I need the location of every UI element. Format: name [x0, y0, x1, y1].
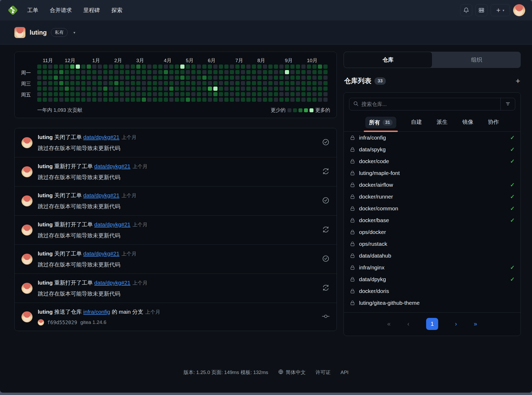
feed-avatar[interactable] [21, 137, 32, 148]
feed-target-link[interactable]: data/dpykg#21 [83, 250, 120, 257]
feed-item-body: 跳过存在版本可能导致未更新代码 [38, 145, 318, 152]
notifications-button[interactable] [460, 4, 472, 16]
check-icon: ✓ [510, 205, 515, 212]
footer-link-API[interactable]: API [340, 370, 349, 375]
feed-user-link[interactable]: luting [38, 134, 53, 140]
repo-row[interactable]: luting/gitea-github-theme [344, 297, 520, 309]
feed-target-link[interactable]: data/dpykg#21 [94, 221, 131, 227]
feed-user-link[interactable]: luting [38, 280, 53, 286]
heatmap-cell [246, 76, 251, 80]
heatmap-cell [323, 65, 328, 69]
commit-sha-link[interactable]: f69d552029 [47, 319, 77, 325]
repo-row[interactable]: docker/common✓ [344, 202, 520, 214]
nav-link-工单[interactable]: 工单 [27, 7, 38, 14]
footer-meta: 版本: 1.25.0 页面: 149ms 模板: 132ms [183, 369, 268, 376]
nav-link-合并请求[interactable]: 合并请求 [50, 7, 72, 14]
repo-row[interactable]: docker/runner✓ [344, 191, 520, 202]
feed-target-link[interactable]: data/dpykg#21 [94, 163, 131, 169]
repo-row[interactable]: data/datahub [344, 250, 520, 261]
pagination-current[interactable]: 1 [426, 318, 438, 330]
repo-row[interactable]: docker/base✓ [344, 214, 520, 226]
heatmap-cell [114, 92, 118, 96]
tab-组织[interactable]: 组织 [432, 52, 521, 68]
pagination-next[interactable]: › [455, 321, 457, 328]
feed-avatar[interactable] [21, 225, 32, 236]
repo-row[interactable]: luting/maple-font [344, 167, 520, 179]
admin-panel-button[interactable] [475, 4, 487, 16]
repo-filter-tabs: 所有31自建派生镜像协作 [344, 115, 520, 132]
repo-row[interactable]: docker/doris [344, 285, 520, 297]
filter-tab-所有[interactable]: 所有31 [364, 115, 398, 131]
filter-tab-自建[interactable]: 自建 [409, 115, 424, 131]
bell-icon [463, 7, 469, 13]
heatmap-cell [208, 81, 212, 85]
repo-row[interactable]: ops/rustack [344, 238, 520, 250]
feed-target-link[interactable]: data/dpykg#21 [83, 134, 120, 140]
heatmap-cell [235, 70, 240, 74]
heatmap-cell [109, 76, 113, 80]
heatmap-cell [59, 92, 63, 96]
feed-item-title: luting 重新打开了工单 data/dpykg#21上个月 [38, 163, 318, 170]
profile-dropdown-caret[interactable]: ▾ [73, 30, 75, 35]
gitea-logo-icon[interactable] [7, 4, 19, 16]
feed-avatar[interactable] [21, 166, 32, 177]
footer-link-简体中文[interactable]: 简体中文 [278, 369, 306, 376]
heatmap-cell [241, 81, 245, 85]
repo-search-input[interactable] [361, 101, 497, 107]
repo-row[interactable]: data/spykg✓ [344, 143, 520, 155]
feed-user-link[interactable]: luting [38, 250, 53, 257]
nav-link-探索[interactable]: 探索 [111, 7, 122, 14]
heatmap-cell [92, 98, 96, 102]
heatmap-cell [164, 65, 168, 69]
heatmap-cell [318, 87, 322, 91]
create-new-button[interactable]: + ▾ [491, 4, 510, 16]
tab-仓库[interactable]: 仓库 [344, 52, 432, 68]
repo-row[interactable]: docker/code✓ [344, 155, 520, 167]
add-repo-button[interactable]: + [386, 77, 520, 85]
nav-link-里程碑[interactable]: 里程碑 [83, 7, 100, 14]
feed-item-body: 跳过存在版本可能导致未更新代码 [38, 174, 318, 181]
feed-avatar[interactable] [21, 283, 32, 294]
feed-avatar[interactable] [21, 254, 32, 265]
feed-avatar[interactable] [21, 311, 32, 322]
feed-avatar[interactable] [21, 195, 32, 206]
feed-target-link[interactable]: infra/config [83, 309, 110, 315]
repo-row[interactable]: infra/config✓ [344, 132, 520, 143]
search-filter-button[interactable] [500, 98, 515, 110]
filter-tab-协作[interactable]: 协作 [486, 115, 501, 131]
feed-timestamp: 上个月 [122, 251, 137, 257]
repo-row[interactable]: data/dpykg✓ [344, 273, 520, 285]
heatmap-month-label: 11月 [43, 57, 53, 64]
heatmap-cell [125, 87, 129, 91]
feed-target-link[interactable]: data/dpykg#21 [83, 192, 120, 198]
feed-target-link[interactable]: data/dpykg#21 [94, 280, 131, 286]
feed-item: luting 关闭了工单 data/dpykg#21上个月跳过存在版本可能导致未… [15, 128, 336, 157]
feed-user-link[interactable]: luting [38, 192, 53, 198]
heatmap-cell [186, 76, 190, 80]
profile-username[interactable]: luting [30, 29, 47, 36]
repo-name: infra/config [359, 135, 510, 141]
heatmap-cell [147, 70, 151, 74]
profile-avatar[interactable] [14, 27, 25, 38]
filter-tab-派生[interactable]: 派生 [435, 115, 449, 131]
heatmap-cell [180, 98, 184, 102]
repo-row[interactable]: docker/airflow✓ [344, 179, 520, 191]
heatmap-cell [224, 98, 229, 102]
feed-user-link[interactable]: luting [38, 309, 53, 315]
user-avatar[interactable] [513, 4, 525, 16]
heatmap-cell [120, 92, 124, 96]
lock-icon [350, 265, 355, 270]
heatmap-cell [230, 98, 234, 102]
feed-user-link[interactable]: luting [38, 221, 53, 227]
repo-row[interactable]: infra/nginx✓ [344, 261, 520, 273]
heatmap-cell [312, 92, 317, 96]
repo-row[interactable]: ops/docker [344, 226, 520, 238]
issue-reopened-icon [322, 284, 330, 293]
heatmap-cell [202, 87, 207, 91]
filter-tab-镜像[interactable]: 镜像 [461, 115, 475, 131]
pagination-last[interactable]: » [474, 321, 477, 328]
footer-link-许可证[interactable]: 许可证 [316, 369, 330, 376]
feed-user-link[interactable]: luting [38, 163, 53, 169]
top-navbar: 工单合并请求里程碑探索 [0, 0, 532, 20]
check-icon: ✓ [510, 276, 515, 282]
